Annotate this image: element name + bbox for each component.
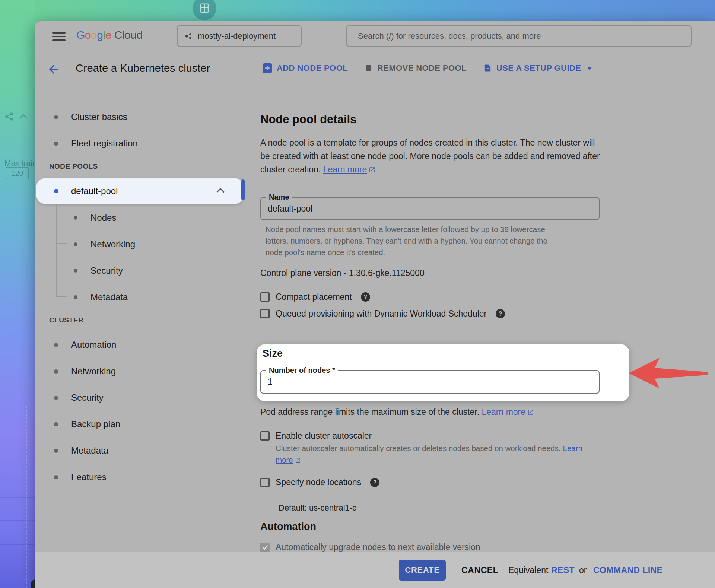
- background-max-training-value: 120: [11, 169, 23, 178]
- auto-upgrade-row: Automatically upgrade nodes to next avai…: [260, 542, 480, 552]
- queued-provisioning-checkbox[interactable]: [260, 309, 270, 318]
- name-field[interactable]: Name default-pool: [260, 197, 600, 220]
- cancel-button[interactable]: CANCEL: [461, 552, 498, 588]
- sidebar-item-fleet-registration[interactable]: Fleet registration: [54, 138, 138, 149]
- cluster-autoscaler-checkbox[interactable]: [260, 431, 270, 441]
- page-title: Create a Kubernetes cluster: [76, 62, 210, 74]
- step-dot-icon: [74, 242, 77, 246]
- help-icon[interactable]: ?: [370, 478, 379, 487]
- sidebar-item-security[interactable]: Security: [54, 392, 104, 403]
- sidebar-item-nodes[interactable]: Nodes: [74, 213, 116, 223]
- intro-learn-more-link[interactable]: Learn more: [323, 165, 376, 174]
- sidebar-item-networking[interactable]: Networking: [54, 366, 116, 376]
- background-gridline: [0, 477, 35, 477]
- number-of-nodes-field[interactable]: Number of nodes * 1: [260, 370, 600, 394]
- node-locations-row: Specify node locations ?: [260, 477, 379, 487]
- logo-letter: G: [76, 29, 85, 41]
- external-link-icon: [527, 409, 534, 416]
- help-icon[interactable]: ?: [361, 292, 370, 302]
- use-setup-guide-button[interactable]: USE A SETUP GUIDE: [483, 63, 592, 73]
- pod-range-learn-more-link[interactable]: Learn more: [482, 407, 534, 417]
- sidebar-item-pool-security[interactable]: Security: [74, 266, 123, 276]
- sidebar-item-backup-plan[interactable]: Backup plan: [54, 419, 120, 429]
- sidebar-divider: [246, 84, 246, 552]
- sidebar-item-label: Metadata: [71, 445, 108, 456]
- sidebar-item-label: Fleet registration: [71, 138, 138, 149]
- sidebar-item-metadata[interactable]: Metadata: [54, 445, 108, 456]
- name-field-value: default-pool: [268, 198, 312, 219]
- arrow-back-icon[interactable]: [47, 63, 60, 76]
- sidebar-item-default-pool[interactable]: default-pool: [36, 178, 244, 204]
- step-dot-icon: [74, 216, 77, 220]
- pod-range-label: Pod address range limits the maximum siz…: [260, 407, 479, 417]
- size-section-title: Size: [263, 348, 283, 359]
- sidebar-item-label: Features: [71, 472, 107, 482]
- tree-connector: [56, 296, 67, 297]
- learn-more-label: Learn more: [323, 165, 367, 174]
- node-locations-checkbox[interactable]: [260, 478, 270, 487]
- intro-paragraph: A node pool is a template for groups of …: [260, 136, 607, 176]
- logo-letter: o: [85, 29, 91, 41]
- setup-guide-doc-icon: [483, 63, 492, 73]
- tree-connector: [56, 270, 67, 270]
- node-locations-label: Specify node locations: [276, 477, 361, 487]
- control-plane-version: Control plane version - 1.30.6-gke.11250…: [260, 266, 425, 280]
- sidebar-section-cluster: CLUSTER: [49, 316, 84, 324]
- project-name: mostly-ai-deployment: [198, 31, 276, 41]
- sidebar-item-label: Automation: [71, 340, 116, 350]
- background-top-gradient: [0, 0, 715, 22]
- sidebar-item-label: Backup plan: [71, 419, 120, 429]
- default-location-text: Default: us-central1-c: [279, 503, 356, 513]
- step-dot-icon: [54, 343, 58, 347]
- compact-placement-checkbox[interactable]: [260, 292, 270, 302]
- sidebar-section-node-pools: NODE POOLS: [49, 162, 98, 171]
- remove-node-pool-label: REMOVE NODE POOL: [377, 63, 467, 73]
- background-max-training-field: 120: [6, 167, 29, 179]
- step-dot-icon: [74, 295, 77, 299]
- sidebar-item-label: Cluster basics: [71, 112, 127, 122]
- step-dot-icon: [74, 269, 77, 273]
- create-button[interactable]: CREATE: [399, 560, 446, 581]
- auto-upgrade-label: Automatically upgrade nodes to next avai…: [276, 542, 480, 552]
- compact-placement-label: Compact placement: [276, 292, 352, 302]
- remove-node-pool-button[interactable]: REMOVE NODE POOL: [364, 63, 467, 73]
- background-gridline: [0, 544, 35, 545]
- learn-more-label: Learn more: [482, 407, 525, 417]
- tree-connector: [56, 217, 67, 217]
- sidebar-item-cluster-basics[interactable]: Cluster basics: [54, 112, 127, 122]
- sidebar-item-label: Networking: [90, 239, 135, 249]
- automation-section-title: Automation: [260, 521, 316, 533]
- size-section-spotlight: Size Number of nodes * 1: [257, 344, 629, 401]
- cluster-autoscaler-description: Cluster autoscaler automatically creates…: [276, 442, 596, 465]
- project-selector[interactable]: mostly-ai-deployment: [177, 25, 302, 47]
- background-gridline: [0, 569, 35, 569]
- search-input[interactable]: Search (/) for resources, docs, products…: [346, 25, 692, 47]
- sidebar-item-pool-metadata[interactable]: Metadata: [74, 292, 128, 302]
- command-line-link[interactable]: COMMAND LINE: [593, 552, 662, 588]
- step-dot-icon: [54, 369, 58, 374]
- sidebar-item-automation[interactable]: Automation: [54, 340, 116, 350]
- sidebar-item-pool-networking[interactable]: Networking: [74, 239, 135, 249]
- tree-connector: [56, 204, 57, 296]
- help-icon[interactable]: ?: [496, 309, 505, 318]
- sidebar-item-features[interactable]: Features: [54, 472, 107, 482]
- intro-text: A node pool is a template for groups of …: [260, 138, 600, 174]
- step-dot-icon: [54, 422, 58, 426]
- auto-upgrade-checkbox-checked[interactable]: [260, 543, 270, 552]
- chevron-up-faint-icon: [19, 113, 28, 119]
- hamburger-menu-icon[interactable]: [52, 30, 66, 43]
- sidebar-item-label: Security: [90, 266, 123, 276]
- caret-down-icon: [587, 67, 592, 70]
- logo-letter: e: [105, 29, 111, 41]
- step-dot-icon: [54, 142, 58, 146]
- sidebar-item-label: Security: [71, 392, 104, 403]
- background-gridline: [0, 497, 35, 498]
- add-node-pool-button[interactable]: + ADD NODE POOL: [263, 63, 348, 73]
- queued-provisioning-row: Queued provisioning with Dynamic Workloa…: [260, 309, 505, 319]
- plus-icon: +: [263, 63, 272, 73]
- rest-link[interactable]: REST: [551, 552, 575, 588]
- cluster-autoscaler-row: Enable cluster autoscaler: [260, 431, 372, 441]
- cluster-autoscaler-label: Enable cluster autoscaler: [276, 431, 372, 441]
- chevron-up-icon[interactable]: [216, 187, 225, 193]
- nav-scrollbar-thumb[interactable]: [241, 179, 245, 200]
